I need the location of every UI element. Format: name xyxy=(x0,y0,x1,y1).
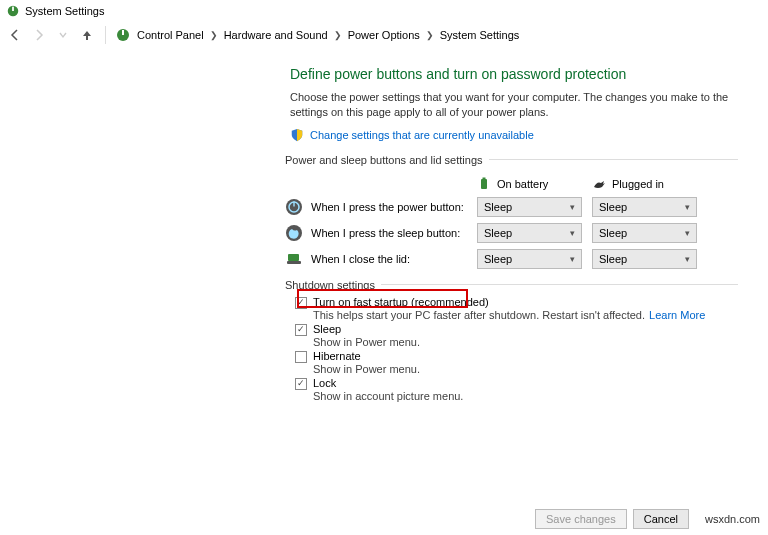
plug-icon xyxy=(592,177,606,191)
sleep-button-battery-dropdown[interactable]: Sleep▾ xyxy=(477,223,582,243)
row-power-button: When I press the power button: xyxy=(285,198,467,216)
svg-rect-5 xyxy=(483,177,486,179)
bc-control-panel[interactable]: Control Panel xyxy=(137,29,204,41)
row-label-text: When I close the lid: xyxy=(311,253,410,265)
content-area: Define power buttons and turn on passwor… xyxy=(0,48,768,404)
up-button[interactable] xyxy=(78,26,96,44)
lock-desc: Show in account picture menu. xyxy=(313,390,463,402)
col-plugged-in: Plugged in xyxy=(592,177,697,191)
change-settings-row: Change settings that are currently unava… xyxy=(290,128,738,142)
sleep-label: Sleep xyxy=(313,323,420,335)
col-battery-label: On battery xyxy=(497,178,548,190)
bc-system-settings[interactable]: System Settings xyxy=(440,29,519,41)
fast-startup-desc: This helps start your PC faster after sh… xyxy=(313,309,645,321)
svg-rect-11 xyxy=(287,261,301,264)
group-legend: Power and sleep buttons and lid settings xyxy=(285,154,489,166)
uac-shield-icon xyxy=(290,128,304,142)
col-on-battery: On battery xyxy=(477,177,582,191)
power-button-icon xyxy=(285,198,303,216)
hibernate-item: Hibernate Show in Power menu. xyxy=(285,350,738,375)
power-button-plugged-dropdown[interactable]: Sleep▾ xyxy=(592,197,697,217)
cancel-button[interactable]: Cancel xyxy=(633,509,689,529)
row-sleep-button: When I press the sleep button: xyxy=(285,224,467,242)
sleep-checkbox[interactable] xyxy=(295,324,307,336)
breadcrumb: Control Panel ❯ Hardware and Sound ❯ Pow… xyxy=(137,29,519,41)
row-lid-close: When I close the lid: xyxy=(285,250,467,268)
navbar: Control Panel ❯ Hardware and Sound ❯ Pow… xyxy=(0,22,768,48)
col-plugged-label: Plugged in xyxy=(612,178,664,190)
fast-startup-checkbox[interactable] xyxy=(295,297,307,309)
svg-rect-3 xyxy=(122,30,124,35)
chevron-right-icon: ❯ xyxy=(210,30,218,40)
lid-plugged-dropdown[interactable]: Sleep▾ xyxy=(592,249,697,269)
footer: Save changes Cancel wsxdn.com xyxy=(535,509,760,529)
watermark-text: wsxdn.com xyxy=(705,513,760,525)
fast-startup-item: Turn on fast startup (recommended) This … xyxy=(285,296,738,321)
learn-more-link[interactable]: Learn More xyxy=(649,309,705,321)
page-heading: Define power buttons and turn on passwor… xyxy=(290,66,738,82)
chevron-right-icon: ❯ xyxy=(426,30,434,40)
forward-button[interactable] xyxy=(30,26,48,44)
chevron-down-icon: ▾ xyxy=(570,254,575,264)
svg-rect-1 xyxy=(12,7,14,11)
hibernate-desc: Show in Power menu. xyxy=(313,363,420,375)
svg-rect-4 xyxy=(481,179,487,189)
page-description: Choose the power settings that you want … xyxy=(290,90,730,120)
power-button-battery-dropdown[interactable]: Sleep▾ xyxy=(477,197,582,217)
chevron-right-icon: ❯ xyxy=(334,30,342,40)
chevron-down-icon: ▾ xyxy=(685,202,690,212)
chevron-down-icon: ▾ xyxy=(570,202,575,212)
sleep-button-plugged-dropdown[interactable]: Sleep▾ xyxy=(592,223,697,243)
fast-startup-label: Turn on fast startup (recommended) xyxy=(313,296,705,308)
shutdown-settings-group: Shutdown settings Turn on fast startup (… xyxy=(285,279,738,404)
back-button[interactable] xyxy=(6,26,24,44)
titlebar: System Settings xyxy=(0,0,768,22)
group-legend: Shutdown settings xyxy=(285,279,381,291)
lock-item: Lock Show in account picture menu. xyxy=(285,377,738,402)
window-title: System Settings xyxy=(25,5,104,17)
svg-rect-8 xyxy=(293,201,294,206)
bc-power-options[interactable]: Power Options xyxy=(348,29,420,41)
hibernate-checkbox[interactable] xyxy=(295,351,307,363)
chevron-down-icon: ▾ xyxy=(570,228,575,238)
chevron-down-icon: ▾ xyxy=(685,254,690,264)
laptop-lid-icon xyxy=(285,250,303,268)
row-label-text: When I press the power button: xyxy=(311,201,464,213)
svg-rect-10 xyxy=(288,254,299,261)
save-changes-button[interactable]: Save changes xyxy=(535,509,627,529)
lid-battery-dropdown[interactable]: Sleep▾ xyxy=(477,249,582,269)
nav-separator xyxy=(105,26,106,44)
bc-hardware-sound[interactable]: Hardware and Sound xyxy=(224,29,328,41)
change-settings-link[interactable]: Change settings that are currently unava… xyxy=(310,129,534,141)
sleep-button-icon xyxy=(285,224,303,242)
lock-checkbox[interactable] xyxy=(295,378,307,390)
lock-label: Lock xyxy=(313,377,463,389)
chevron-down-icon: ▾ xyxy=(685,228,690,238)
sleep-item: Sleep Show in Power menu. xyxy=(285,323,738,348)
sleep-desc: Show in Power menu. xyxy=(313,336,420,348)
recent-dropdown[interactable] xyxy=(54,26,72,44)
battery-icon xyxy=(477,177,491,191)
power-options-icon xyxy=(6,4,20,18)
power-sleep-group: Power and sleep buttons and lid settings… xyxy=(285,154,738,269)
category-icon xyxy=(115,27,131,43)
hibernate-label: Hibernate xyxy=(313,350,420,362)
row-label-text: When I press the sleep button: xyxy=(311,227,460,239)
